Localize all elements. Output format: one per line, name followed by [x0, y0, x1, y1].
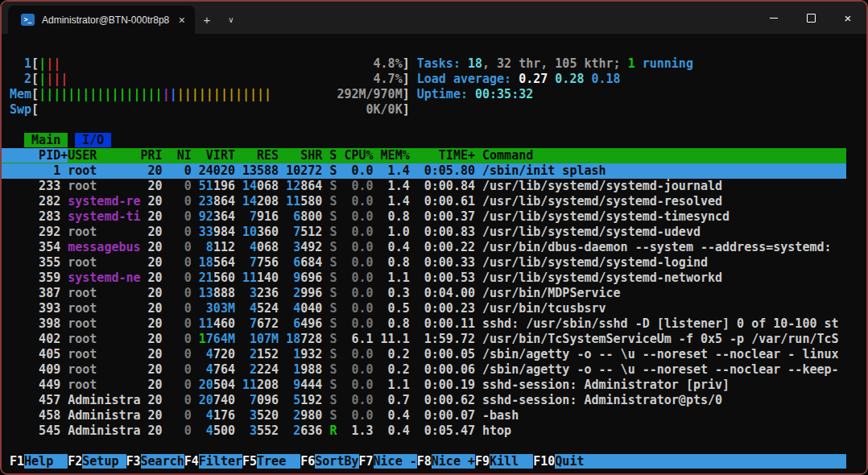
close-button[interactable]: ×: [829, 2, 866, 34]
fkey-f9[interactable]: F9Kill: [475, 454, 533, 469]
fkey-f2[interactable]: F2Setup: [68, 454, 126, 469]
pri-cell: 20: [141, 163, 163, 178]
cpu-cell: 0.0: [344, 194, 373, 209]
fkey-f3[interactable]: F3Search: [126, 454, 184, 469]
titlebar: >_ Administrator@BTN-000tr8p8 × + ∨ ×: [2, 2, 866, 34]
process-row[interactable]: 393 root 20 0 303M 4524 4040 S 0.0 0.5 0…: [2, 301, 846, 316]
info-text: 00:35:32: [475, 87, 533, 101]
mem-cell: 0.4: [381, 240, 410, 254]
pri-cell: 20: [141, 393, 163, 407]
user-cell: systemd-re: [68, 194, 140, 209]
user-cell: root: [68, 225, 140, 239]
process-row[interactable]: 387 root 20 0 13888 3236 2996 S 0.0 0.3 …: [2, 286, 846, 301]
user-cell: root: [68, 301, 140, 316]
tab-io[interactable]: I/O: [75, 133, 111, 147]
fkey-f4[interactable]: F4Filter: [184, 454, 242, 469]
maximize-button[interactable]: [792, 2, 829, 34]
mem-cell: 0.7: [381, 393, 410, 407]
ni-cell: 0: [170, 209, 192, 224]
pid-cell: 393: [10, 301, 60, 316]
pid-cell: 282: [10, 194, 60, 209]
pid-cell: 387: [10, 286, 60, 300]
process-row[interactable]: 457 Administra 20 0 20740 7096 5192 S 0.…: [2, 393, 846, 408]
pri-cell: 20: [141, 255, 163, 270]
pid-cell: 458: [10, 408, 60, 423]
time-cell: 0:05.47: [417, 423, 475, 438]
mem-cell: 1.4: [381, 194, 410, 209]
pid-cell: 449: [10, 378, 60, 392]
new-tab-button[interactable]: +: [195, 6, 219, 34]
fkey-f1[interactable]: F1Help: [10, 454, 68, 469]
table-header-sort-column[interactable]: PID+: [10, 148, 68, 163]
command-cell: /sbin/agetty -o -- \u --noreset --noclea…: [482, 347, 839, 361]
swp-label: Swp: [10, 102, 31, 117]
fkey-f10[interactable]: F10Quit: [533, 454, 845, 469]
htop-screen-tabs: Main I/O: [2, 133, 111, 148]
process-row[interactable]: 1 root 20 0 24020 13588 10272 S 0.0 1.4 …: [2, 163, 846, 179]
user-cell: messagebus: [68, 240, 140, 254]
mem-meter: Mem[|||||||||||||||||||||||||||||||| 292…: [2, 87, 693, 102]
time-cell: 0:00.06: [417, 362, 475, 377]
process-row[interactable]: 282 systemd-re 20 0 23864 14208 11580 S …: [2, 194, 846, 209]
f3-key-label: F3: [126, 454, 141, 469]
process-row[interactable]: 398 root 20 0 11460 7672 6496 S 0.0 0.8 …: [2, 316, 846, 332]
ni-cell: 0: [170, 301, 192, 316]
process-row[interactable]: 402 root 20 0 1764M 107M 18728 S 6.1 11.…: [2, 332, 846, 347]
mem-cell: 0.4: [381, 423, 410, 438]
table-header-columns[interactable]: USER PRI NI VIRT RES SHR S CPU% MEM% TIM…: [68, 148, 845, 163]
function-key-bar: F1Help F2Setup F3SearchF4FilterF5Tree F6…: [2, 454, 846, 469]
mem-bar-yellow: |||||||||||||: [177, 87, 271, 101]
process-row[interactable]: 359 systemd-ne 20 0 21560 11140 9696 S 0…: [2, 271, 846, 286]
process-row[interactable]: 449 root 20 0 20504 11208 9444 S 0.0 1.1…: [2, 378, 846, 393]
ni-cell: 0: [170, 240, 192, 254]
pid-cell: 405: [10, 347, 60, 361]
cpu-cell: 0.0: [344, 240, 373, 254]
process-row[interactable]: 292 root 20 0 33984 10360 7512 S 0.0 1.0…: [2, 225, 846, 240]
process-row[interactable]: 354 messagebus 20 0 8112 4068 3492 S 0.0…: [2, 240, 846, 255]
pri-cell: 20: [141, 225, 163, 239]
tab-close-icon[interactable]: ×: [176, 14, 188, 27]
info-text: 0.18: [591, 72, 620, 86]
f3-action-label: Search: [141, 454, 184, 469]
process-row[interactable]: 405 root 20 0 4720 2152 1932 S 0.0 0.2 0…: [2, 347, 846, 362]
command-cell: /usr/lib/systemd/systemd-udevd: [482, 225, 701, 239]
fkey-f6[interactable]: F6SortBy: [300, 454, 358, 469]
tab-dropdown-button[interactable]: ∨: [219, 6, 243, 34]
terminal-tab[interactable]: >_ Administrator@BTN-000tr8p8 ×: [8, 6, 195, 34]
table-header-row[interactable]: PID+USER PRI NI VIRT RES SHR S CPU% MEM%…: [2, 148, 846, 163]
minimize-button[interactable]: [755, 2, 792, 34]
process-row[interactable]: 233 root 20 0 51196 14068 12864 S 0.0 1.…: [2, 179, 846, 194]
process-row[interactable]: 355 root 20 0 18564 7756 6684 S 0.0 0.8 …: [2, 255, 846, 271]
cpu-cell: 0.0: [344, 393, 373, 407]
command-cell: /usr/lib/systemd/systemd-resolved: [482, 194, 722, 209]
fkey-f5[interactable]: F5Tree: [242, 454, 300, 469]
user-cell: Administra: [68, 423, 140, 438]
time-cell: 0:00.61: [417, 194, 475, 209]
process-row[interactable]: 283 systemd-ti 20 0 92364 7916 6800 S 0.…: [2, 209, 846, 225]
process-table: 1 root 20 0 24020 13588 10272 S 0.0 1.4 …: [2, 163, 846, 439]
user-cell: root: [68, 179, 140, 193]
cpu-cell: 0.0: [344, 408, 373, 423]
mem-cell: 0.8: [381, 209, 410, 224]
fkey-f8[interactable]: F8Nice +: [417, 454, 475, 469]
time-cell: 0:00.05: [417, 347, 475, 361]
mem-cell: 1.4: [381, 179, 410, 193]
process-row[interactable]: 458 Administra 20 0 4176 3520 2980 S 0.0…: [2, 408, 846, 423]
f4-action-label: Filter: [199, 454, 242, 469]
f5-action-label: Tree: [257, 454, 300, 469]
maximize-icon: [807, 14, 816, 23]
ni-cell: 0: [170, 423, 192, 438]
pri-cell: 20: [141, 209, 163, 224]
tab-main[interactable]: Main: [24, 133, 68, 147]
terminal-screen[interactable]: 1[||| 4.8%] Tasks: 18, 32 thr, 105 kthr;…: [2, 34, 866, 473]
info-text: running: [635, 56, 693, 71]
process-row[interactable]: 545 Administra 20 0 4500 3552 2636 R 1.3…: [2, 423, 846, 439]
user-cell: root: [68, 255, 140, 270]
fkey-f7[interactable]: F7Nice -: [359, 454, 417, 469]
process-row[interactable]: 409 root 20 0 4764 2224 1988 S 0.0 0.2 0…: [2, 362, 846, 378]
time-cell: 0:00.37: [417, 209, 475, 224]
pri-cell: 20: [141, 378, 163, 392]
f6-action-label: SortBy: [315, 454, 358, 469]
time-cell: 0:00.62: [417, 393, 475, 407]
user-cell: Administra: [68, 393, 140, 407]
